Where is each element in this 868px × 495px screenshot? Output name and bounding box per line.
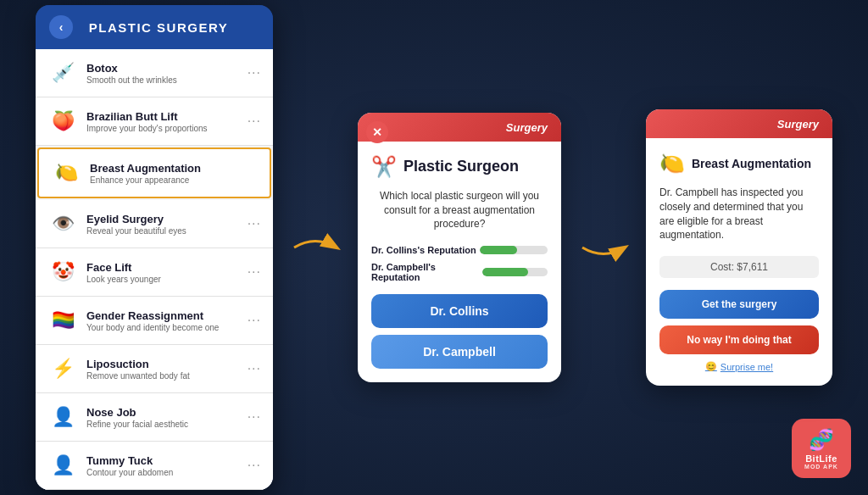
nose-job-title: Nose Job: [86, 406, 248, 419]
surgeon-dialog-buttons: Dr. Collins Dr. Campbell: [371, 294, 548, 369]
surgeon-dialog-title-row: ✂️ Plastic Surgeon: [371, 155, 548, 179]
botox-subtitle: Smooth out the wrinkles: [86, 75, 248, 85]
face-lift-subtitle: Look years younger: [86, 275, 248, 284]
no-way-button[interactable]: No way I'm doing that: [659, 325, 819, 354]
menu-item-gender-reassignment[interactable]: 🏳️‍🌈 Gender Reassignment Your body and i…: [36, 297, 273, 345]
gender-reassignment-dots: ···: [248, 313, 261, 328]
brazilian-butt-lift-icon: 🍑: [47, 106, 78, 136]
dr-collins-reputation-bar-container: [480, 246, 548, 254]
dr-campbell-reputation-row: Dr. Campbell's Reputation: [371, 262, 548, 282]
botox-title: Botox: [86, 62, 248, 75]
breast-augmentation-title: Breast Augmentation: [90, 162, 258, 175]
arrow-2-icon: [578, 231, 629, 264]
nose-job-dots: ···: [248, 409, 261, 425]
brazilian-butt-lift-subtitle: Improve your body's proportions: [86, 124, 248, 133]
dr-collins-reputation-row: Dr. Collins's Reputation: [371, 245, 548, 255]
menu-item-tummy-tuck[interactable]: 👤 Tummy Tuck Contour your abdomen ···: [36, 442, 273, 490]
gender-reassignment-subtitle: Your body and identity become one: [86, 323, 248, 332]
dr-collins-reputation-label: Dr. Collins's Reputation: [371, 245, 476, 255]
dr-campbell-reputation-label: Dr. Campbell's Reputation: [371, 262, 482, 282]
get-surgery-button[interactable]: Get the surgery: [659, 290, 819, 319]
menu-item-face-lift[interactable]: 🤡 Face Lift Look years younger ···: [36, 248, 273, 297]
eyelid-surgery-subtitle: Reveal your beautiful eyes: [86, 226, 248, 236]
arrow-2-wrapper: [578, 231, 629, 264]
back-button[interactable]: ‹: [49, 15, 73, 39]
result-dialog: Surgery 🍋 Breast Augmentation Dr. Campbe…: [646, 109, 832, 386]
surprise-label: Surprise me!: [721, 362, 773, 372]
dr-campbell-reputation-bar-container: [482, 268, 548, 276]
surgeon-dialog-body: ✂️ Plastic Surgeon Which local plastic s…: [358, 142, 561, 382]
result-dialog-title-row: 🍋 Breast Augmentation: [659, 152, 819, 175]
liposuction-title: Liposuction: [86, 358, 248, 370]
menu-item-brazilian-butt-lift[interactable]: 🍑 Brazilian Butt Lift Improve your body'…: [36, 97, 273, 146]
dr-collins-button[interactable]: Dr. Collins: [371, 294, 548, 328]
phone-header: ‹ PLASTIC SURGERY: [36, 5, 273, 49]
scissors-icon: ✂️: [371, 155, 397, 179]
result-dialog-body: 🍋 Breast Augmentation Dr. Campbell has i…: [646, 138, 832, 386]
menu-item-breast-augmentation[interactable]: 🍋 Breast Augmentation Enhance your appea…: [37, 147, 271, 198]
liposuction-dots: ···: [248, 361, 261, 376]
surgeon-dialog-header: Surgery: [358, 113, 561, 142]
eyelid-surgery-icon: 👁️: [47, 209, 78, 239]
eyelid-surgery-title: Eyelid Surgery: [86, 213, 248, 225]
botox-icon: 💉: [47, 58, 78, 88]
menu-item-botox[interactable]: 💉 Botox Smooth out the wrinkles ···: [36, 49, 273, 97]
result-dialog-icon: 🍋: [659, 152, 685, 175]
gender-reassignment-title: Gender Reassignment: [86, 309, 248, 322]
face-lift-dots: ···: [248, 264, 261, 280]
surprise-me-link[interactable]: 😊 Surprise me!: [659, 361, 819, 372]
tummy-tuck-subtitle: Contour your abdomen: [86, 468, 248, 477]
brazilian-butt-lift-title: Brazilian Butt Lift: [86, 110, 248, 123]
gender-reassignment-icon: 🏳️‍🌈: [47, 305, 78, 336]
dr-campbell-button[interactable]: Dr. Campbell: [371, 335, 548, 369]
botox-dots: ···: [248, 65, 261, 81]
face-lift-icon: 🤡: [47, 257, 78, 287]
nose-job-icon: 👤: [47, 402, 78, 432]
tummy-tuck-dots: ···: [248, 458, 261, 473]
arrow-1-icon: [290, 231, 341, 264]
phone-panel: ‹ PLASTIC SURGERY 💉 Botox Smooth out the…: [36, 5, 273, 490]
eyelid-surgery-dots: ···: [248, 216, 261, 231]
liposuction-subtitle: Remove unwanted body fat: [86, 371, 248, 381]
nose-job-subtitle: Refine your facial aesthetic: [86, 420, 248, 429]
face-lift-title: Face Lift: [86, 261, 248, 274]
menu-item-nose-job[interactable]: 👤 Nose Job Refine your facial aesthetic …: [36, 393, 273, 442]
app-title: PLASTIC SURGERY: [81, 20, 259, 35]
result-dialog-header-title: Surgery: [777, 118, 819, 131]
surprise-icon: 😊: [705, 361, 717, 372]
result-dialog-buttons: Get the surgery No way I'm doing that: [659, 290, 819, 354]
dr-collins-reputation-bar: [480, 246, 517, 254]
surgeon-dialog-title: Plastic Surgeon: [403, 158, 519, 175]
result-dialog-title: Breast Augmentation: [692, 157, 811, 170]
surgery-menu-list: 💉 Botox Smooth out the wrinkles ··· 🍑 Br…: [36, 49, 273, 490]
cost-display: Cost: $7,611: [659, 256, 819, 278]
result-dialog-text: Dr. Campbell has inspected you closely a…: [659, 186, 819, 242]
breast-augmentation-subtitle: Enhance your appearance: [90, 175, 258, 185]
breast-augmentation-icon: 🍋: [51, 158, 81, 188]
surgeon-dialog-text: Which local plastic surgeon will you con…: [371, 189, 548, 231]
scene: ‹ PLASTIC SURGERY 💉 Botox Smooth out the…: [19, 0, 849, 495]
arrow-1-wrapper: [290, 231, 341, 264]
liposuction-icon: ⚡: [47, 353, 78, 384]
close-button[interactable]: ✕: [366, 121, 388, 143]
menu-item-eyelid-surgery[interactable]: 👁️ Eyelid Surgery Reveal your beautiful …: [36, 200, 273, 248]
tummy-tuck-title: Tummy Tuck: [86, 454, 248, 467]
surgeon-dialog: ✕ Surgery ✂️ Plastic Surgeon Which local…: [358, 113, 561, 382]
brazilian-butt-lift-dots: ···: [248, 114, 261, 129]
surgeon-dialog-header-title: Surgery: [506, 121, 548, 134]
tummy-tuck-icon: 👤: [47, 450, 78, 481]
menu-item-liposuction[interactable]: ⚡ Liposuction Remove unwanted body fat ·…: [36, 345, 273, 393]
result-dialog-header: Surgery: [646, 109, 832, 138]
dr-campbell-reputation-bar: [482, 268, 528, 276]
